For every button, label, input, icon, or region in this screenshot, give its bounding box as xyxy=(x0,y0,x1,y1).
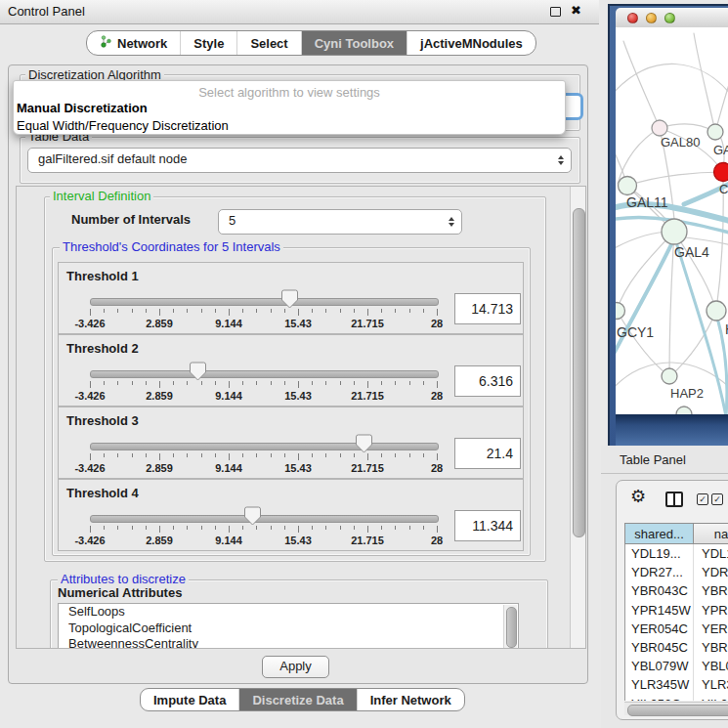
table-rows: YDL19...YDL1YDR27...YDR2YBR043CYBR0YPR14… xyxy=(624,544,728,701)
threshold-value-field[interactable]: 6.316 xyxy=(454,365,521,397)
apply-button[interactable]: Apply xyxy=(262,656,329,678)
network-node[interactable] xyxy=(616,303,625,320)
cell-name: YDL1 xyxy=(694,544,728,563)
slider-tick xyxy=(90,453,91,460)
number-of-intervals-combobox[interactable]: 5 xyxy=(218,209,462,235)
slider-tick-label: 15.43 xyxy=(269,390,327,402)
slider-tick xyxy=(215,526,216,530)
tab-cyni-toolbox[interactable]: Cyni Toolbox xyxy=(301,31,407,55)
table-row[interactable]: YPR145WYPR1 xyxy=(625,601,728,620)
threshold-value-field[interactable]: 14.713 xyxy=(454,293,521,324)
network-node[interactable] xyxy=(714,163,728,182)
network-window-bottom-frame xyxy=(616,414,728,446)
table-row[interactable]: YBR045CYBR0 xyxy=(625,638,728,657)
cell-name: YBL0 xyxy=(694,657,728,675)
table-row[interactable]: YER054CYER0 xyxy=(625,620,728,638)
slider-tick xyxy=(201,309,202,313)
tab-infer-network[interactable]: Infer Network xyxy=(357,689,464,710)
tab-discretize-data[interactable]: Discretize Data xyxy=(238,689,356,710)
cell-shared-name: YIL052C xyxy=(625,695,694,702)
node-label: GA xyxy=(713,143,728,157)
minimize-window-icon[interactable] xyxy=(646,13,657,23)
settings-vertical-scrollbar-thumb[interactable] xyxy=(573,208,585,537)
slider-tick xyxy=(187,381,188,385)
threshold-slider-track[interactable] xyxy=(90,370,439,378)
table-settings-gear-icon[interactable]: ⚙ xyxy=(630,487,646,506)
slider-tick xyxy=(90,381,91,388)
zoom-window-icon[interactable] xyxy=(664,13,675,23)
dropdown-option-equal-width-frequency-discretization[interactable]: Equal Width/Frequency Discretization xyxy=(14,117,565,135)
table-row[interactable]: YBR043CYBR0 xyxy=(625,581,728,600)
table-data-combobox[interactable]: galFiltered.sif default node xyxy=(27,148,572,173)
attribute-item-selfloops[interactable]: SelfLoops xyxy=(59,604,518,621)
slider-tick-label: 21.715 xyxy=(338,318,397,329)
slider-tick xyxy=(312,381,313,385)
cell-shared-name: YPR145W xyxy=(625,601,694,620)
attribute-item-topologicalcoefficient[interactable]: TopologicalCoefficient xyxy=(59,621,518,637)
slider-tick xyxy=(201,381,202,385)
network-node[interactable] xyxy=(707,301,726,321)
threshold-slider-thumb[interactable] xyxy=(190,362,206,381)
tab-jactivemnodules[interactable]: jActiveMNodules xyxy=(407,31,535,55)
threshold-value-field[interactable]: 21.4 xyxy=(454,438,521,469)
network-node[interactable] xyxy=(652,120,667,136)
checkbox-select-all-icon[interactable] xyxy=(711,493,723,505)
slider-tick xyxy=(229,453,230,460)
table-row[interactable]: YBL079WYBL0 xyxy=(625,657,728,675)
slider-tick xyxy=(242,381,243,385)
tab-impute-data[interactable]: Impute Data xyxy=(141,689,238,710)
threshold-slider-track[interactable] xyxy=(90,298,439,306)
algorithm-dropdown-popup: Select algorithm to view settings Manual… xyxy=(13,80,566,135)
network-canvas[interactable]: GAL80GACGAL11GAL4GCY1HHAP2 xyxy=(616,27,728,414)
threshold-panel-3: Threshold 3-3.4262.8599.14415.4321.71528… xyxy=(58,407,524,479)
node-label: GAL11 xyxy=(626,194,668,210)
table-panel-title: Table Panel xyxy=(620,452,686,467)
table-row[interactable]: YDR27...YDR2 xyxy=(625,563,728,581)
threshold-slider-track[interactable] xyxy=(90,443,439,450)
slider-tick xyxy=(90,309,91,316)
slider-tick xyxy=(437,526,438,533)
slider-tick xyxy=(423,453,424,457)
float-panel-icon[interactable] xyxy=(550,7,561,17)
checkbox-select-icon[interactable] xyxy=(697,493,708,505)
threshold-slider-thumb[interactable] xyxy=(281,289,298,309)
slider-tick xyxy=(132,381,133,385)
network-node[interactable] xyxy=(662,368,677,384)
slider-tick-label: 21.715 xyxy=(338,390,397,402)
threshold-slider-thumb[interactable] xyxy=(356,434,372,453)
table-row[interactable]: YDL19...YDL1 xyxy=(625,544,728,563)
column-layout-icon[interactable] xyxy=(665,492,683,507)
application-root: Control Panel ✖ NetworkStyleSelectCyni T… xyxy=(0,0,728,728)
tab-network[interactable]: Network xyxy=(87,31,180,55)
network-view-window: GAL80GACGAL11GAL4GCY1HHAP2 xyxy=(608,4,728,446)
attributes-list-scrollbar-thumb[interactable] xyxy=(506,607,517,648)
table-row[interactable]: YIL052CYIL0 xyxy=(625,695,728,702)
dropdown-option-manual-discretization[interactable]: Manual Discretization xyxy=(14,100,565,117)
threshold-value-field[interactable]: 11.344 xyxy=(454,510,521,541)
tab-style[interactable]: Style xyxy=(180,31,236,55)
slider-tick xyxy=(437,309,438,316)
table-row[interactable]: YLR345WYLR3 xyxy=(625,675,728,694)
network-node[interactable] xyxy=(676,407,692,414)
table-panel-region: Table Panel ⚙ shared... name YDL19...YDL… xyxy=(601,446,728,728)
close-window-icon[interactable] xyxy=(627,13,638,23)
slider-tick xyxy=(423,309,424,313)
slider-tick xyxy=(284,309,285,313)
threshold-slider-thumb[interactable] xyxy=(244,506,261,526)
slider-tick xyxy=(381,526,382,530)
slider-tick xyxy=(354,453,355,457)
attribute-item-betweennesscentrality[interactable]: BetweennessCentrality xyxy=(59,636,518,649)
column-header-shared-name[interactable]: shared... xyxy=(624,523,693,544)
slider-tick xyxy=(104,381,105,385)
slider-tick xyxy=(395,309,396,313)
close-panel-icon[interactable]: ✖ xyxy=(571,3,581,18)
slider-tick-label: 2.859 xyxy=(130,318,189,329)
slider-tick xyxy=(284,381,285,385)
table-horizontal-scrollbar-thumb[interactable] xyxy=(627,705,728,716)
threshold-slider-track[interactable] xyxy=(90,515,439,523)
network-node[interactable] xyxy=(619,177,637,195)
network-node[interactable] xyxy=(662,219,687,244)
tab-select[interactable]: Select xyxy=(236,31,300,55)
column-header-name[interactable]: name xyxy=(693,523,728,544)
network-node[interactable] xyxy=(707,124,723,140)
